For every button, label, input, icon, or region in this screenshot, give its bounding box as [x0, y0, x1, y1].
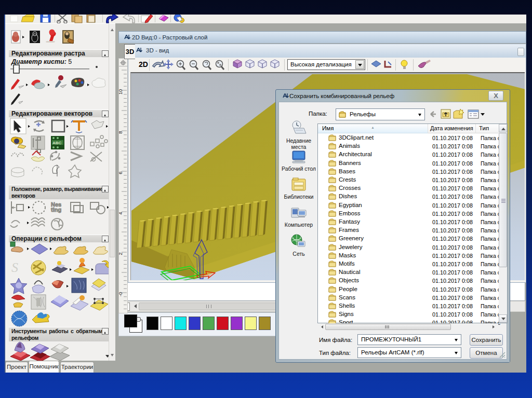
svg-text:ting: ting [51, 207, 61, 213]
svg-text:2: 2 [119, 252, 123, 255]
svg-text:6: 6 [119, 171, 123, 174]
svg-text:ABC: ABC [52, 141, 62, 145]
svg-text:4: 4 [119, 212, 123, 214]
svg-text:S: S [11, 260, 18, 275]
svg-text:10: 10 [119, 89, 123, 95]
svg-text:-0: -0 [119, 292, 123, 296]
svg-text:8: 8 [119, 131, 123, 133]
